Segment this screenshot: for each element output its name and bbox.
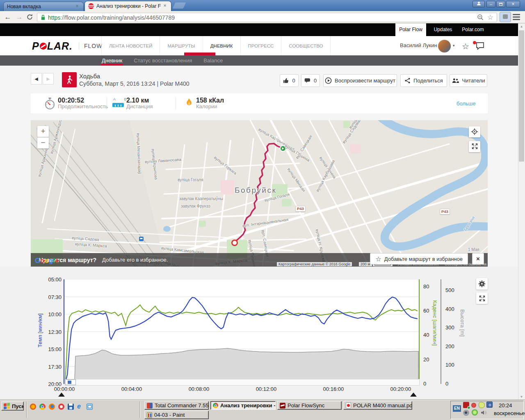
subnav-diary[interactable]: Дневник	[102, 57, 122, 64]
quicklaunch-chrome-icon[interactable]	[39, 404, 46, 410]
scroll-up-icon[interactable]: ▲	[518, 23, 525, 30]
scroll-down-icon[interactable]: ▼	[518, 394, 525, 400]
comment-button[interactable]: 0	[301, 74, 320, 87]
tab-updates[interactable]: Updates	[430, 23, 456, 36]
back-button[interactable]: ←	[2, 12, 13, 23]
fullscreen-icon	[471, 143, 478, 150]
close-window-button[interactable]: ×	[506, 1, 520, 7]
map-zoom-out-button[interactable]: −	[37, 137, 49, 148]
reload-button[interactable]	[26, 14, 33, 22]
quicklaunch-mail-icon[interactable]	[87, 404, 93, 410]
chart-settings-button[interactable]	[476, 278, 488, 290]
map-locate-button[interactable]	[469, 126, 480, 137]
url-scheme: https	[48, 14, 60, 21]
range-selector-handle[interactable]	[65, 379, 76, 385]
distance-label: Дистанция	[126, 103, 153, 110]
quicklaunch-firefox-icon[interactable]	[49, 404, 55, 410]
share-button[interactable]: Поделиться	[400, 74, 447, 87]
taskbar-button-paint[interactable]: 04-03 - Paint	[144, 411, 209, 419]
close-tab-icon[interactable]: ×	[74, 4, 80, 9]
map-fullscreen-button[interactable]	[469, 141, 480, 152]
flowsync-icon	[280, 403, 285, 409]
forward-button[interactable]: →	[14, 12, 25, 23]
taskbar-button-flowsync[interactable]: Polar FlowSync	[277, 401, 342, 410]
avatar[interactable]	[438, 40, 451, 52]
tray-day[interactable]: воскресенье	[494, 410, 525, 416]
tick-label: 17:30	[48, 364, 62, 370]
polar-logo[interactable]: PLAR.	[32, 40, 73, 52]
quicklaunch-downloadmaster-icon[interactable]	[30, 404, 36, 410]
close-tab-icon[interactable]: ×	[162, 3, 168, 9]
more-link[interactable]: больше	[457, 100, 475, 107]
screen: Новая вкладка × Анализ тренировки - Pola…	[0, 0, 525, 420]
tab-new-tab[interactable]: Новая вкладка ×	[3, 2, 84, 11]
zoom-page-icon[interactable]	[477, 14, 484, 21]
quicklaunch-ie-icon[interactable]: e	[77, 403, 84, 409]
user-name[interactable]: Василий Лукин	[400, 42, 437, 48]
tray-webcam-icon[interactable]	[463, 410, 469, 416]
nav-community[interactable]: СООБЩЕСТВО	[281, 36, 331, 55]
quicklaunch-opera-icon[interactable]	[58, 404, 64, 410]
scrollbar-thumb[interactable]	[519, 30, 524, 162]
replay-route-button[interactable]: Воспроизвести маршрут	[323, 74, 397, 87]
taskbar-button-label: Total Commander 7.55 r...	[155, 402, 209, 409]
maximize-icon	[499, 3, 502, 6]
logo-text: LAR.	[47, 40, 73, 52]
replay-label: Воспроизвести маршрут	[335, 78, 395, 84]
taskbar-button-pdf[interactable]: POLAR M400 manual.pdf...	[343, 401, 412, 410]
subnav-recovery[interactable]: Статус восстановления	[134, 57, 192, 64]
tick-label: 00:20:00	[384, 386, 417, 392]
tray-nod32-icon[interactable]	[472, 409, 478, 415]
comment-icon	[304, 78, 311, 84]
followers-button[interactable]: Читатели	[450, 74, 487, 87]
bookmark-star-icon[interactable]: ☆	[487, 13, 493, 22]
map-zoom-in-button[interactable]: +	[37, 126, 49, 137]
share-icon	[404, 78, 411, 84]
nav-progress[interactable]: ПРОГРЕСС	[241, 36, 282, 55]
tab-polar-flow[interactable]: Polar Flow	[395, 23, 426, 36]
quicklaunch-save-icon[interactable]	[68, 404, 74, 410]
pace-axis	[64, 279, 64, 384]
tick-label: 10:00	[48, 311, 62, 317]
chart-plot[interactable]	[64, 279, 419, 384]
tray-volume-icon[interactable]	[481, 410, 487, 416]
taskbar-button-label: POLAR M400 manual.pdf...	[353, 402, 412, 409]
url-bar[interactable]: https://flow.polar.com/training/analysis…	[37, 13, 497, 22]
tab-analysis[interactable]: Анализ тренировки - Polar F ×	[84, 1, 171, 11]
messages-button[interactable]	[475, 42, 485, 52]
subnav-balance[interactable]: Balance	[203, 57, 223, 64]
altitude-ticks: 0100200300400500	[445, 279, 462, 384]
start-label: Пуск	[12, 403, 24, 409]
tray-network-icon[interactable]	[486, 402, 493, 408]
range-right-marker[interactable]	[410, 393, 417, 397]
tick-label: 500	[445, 287, 454, 293]
dismiss-favorite-button[interactable]: ×	[472, 253, 484, 265]
tray-flowsync-icon[interactable]	[463, 402, 469, 408]
minimize-button[interactable]: –	[486, 1, 495, 7]
tray-antivirus-icon[interactable]	[479, 402, 485, 408]
tick-label: 20	[423, 356, 429, 363]
next-session-button[interactable]: ▶	[43, 73, 54, 84]
taskbar-button-totalcommander[interactable]: Total Commander 7.55 r...	[144, 401, 209, 410]
tab-polar-com[interactable]: Polar.com	[459, 23, 487, 36]
route-map[interactable]: Бобруйсквуліца Аржанікідзэвуліца Аржанік…	[31, 120, 488, 267]
extension-button[interactable]	[500, 12, 511, 22]
maximize-button[interactable]	[496, 1, 505, 7]
like-button[interactable]: 0	[280, 74, 299, 87]
start-button[interactable]: Пуск	[1, 402, 24, 411]
user-caret-icon[interactable]: ▾	[453, 43, 455, 48]
language-indicator[interactable]: EN	[453, 405, 461, 412]
taskbar-button-analysis[interactable]: Анализ тренировки - ...	[210, 401, 276, 410]
profile-button[interactable]	[472, 1, 485, 7]
range-left-marker[interactable]	[58, 393, 65, 397]
chart-fullscreen-button[interactable]	[476, 292, 488, 304]
tray-update-icon[interactable]	[471, 403, 476, 408]
range-selector-track[interactable]	[64, 379, 420, 386]
tray-clock[interactable]: 20:24	[499, 402, 512, 409]
nav-feed[interactable]: ЛЕНТА НОВОСТЕЙ	[101, 36, 160, 55]
favorites-star-icon[interactable]: ☆	[462, 41, 469, 51]
duration-icon	[44, 98, 55, 112]
prev-session-button[interactable]: ◀	[31, 73, 42, 84]
add-route-favorite-button[interactable]: ☆ Добавьте маршрут в избранное	[370, 253, 468, 265]
chrome-menu-icon[interactable]	[513, 14, 520, 21]
